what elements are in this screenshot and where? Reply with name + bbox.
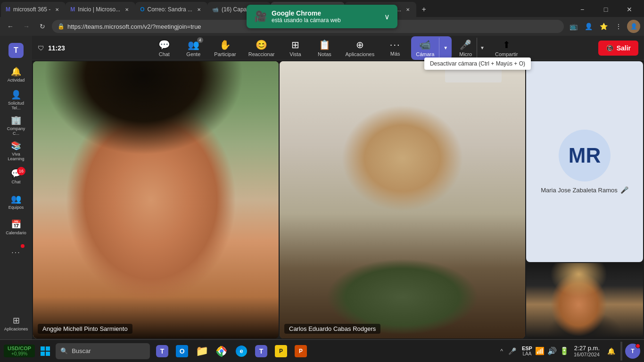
- camera-banner-expand[interactable]: ∨: [384, 12, 390, 21]
- toolbar-compartir-label: Compartir: [495, 51, 518, 57]
- current-date: 16/07/2024: [574, 352, 600, 357]
- sidebar-item-actividad[interactable]: 🔔 Actividad: [4, 62, 28, 87]
- mic-icon: 🎤: [460, 39, 471, 50]
- start-button[interactable]: [36, 342, 55, 361]
- clock[interactable]: 2:27 p.m. 16/07/2024: [572, 345, 602, 357]
- taskbar-search[interactable]: 🔍 Buscar: [56, 343, 150, 359]
- tab-favicon-capaci: 📹: [212, 7, 219, 13]
- participant-name-carlos: Carlos Eduardo Cabas Rodgers: [284, 324, 380, 334]
- systray-expand[interactable]: ^: [500, 348, 503, 354]
- leave-meeting-button[interactable]: 📵 Salir: [598, 41, 638, 56]
- user-avatar[interactable]: 👤: [627, 20, 640, 33]
- forward-button[interactable]: →: [20, 20, 33, 33]
- toolbar-gente-label: Gente: [186, 51, 200, 57]
- participant-name-mariajose: Maria Jose Zabaleta Ramos: [541, 187, 618, 194]
- toolbar-reaccionar-label: Reaccionar: [248, 51, 275, 57]
- taskbar-app-powerpoint[interactable]: P: [291, 342, 310, 361]
- video-tile-carlos[interactable]: Carlos Eduardo Cabas Rodgers: [280, 61, 525, 338]
- new-tab-button[interactable]: +: [416, 2, 431, 17]
- participant-avatar-mr: MR: [559, 130, 611, 181]
- toolbar-camara-button[interactable]: 📹 Cámara: [411, 36, 439, 60]
- tab-label-inicio: Inicio | Microso...: [78, 6, 120, 13]
- gente-count-badge: 4: [197, 37, 203, 43]
- lock-icon: 🔒: [58, 23, 65, 30]
- minimize-button[interactable]: −: [571, 2, 593, 17]
- toolbar-gente-button[interactable]: 👥 4 Gente: [179, 36, 207, 60]
- toolbar-mas-button[interactable]: ··· Más: [381, 36, 409, 59]
- participant-tile-mariajose[interactable]: MR Maria Jose Zabaleta Ramos 🎤: [526, 61, 643, 262]
- toolbar-reaccionar-button[interactable]: 😊 Reaccionar: [243, 36, 281, 60]
- taskbar-app-explorer[interactable]: 📁: [192, 342, 211, 361]
- taskbar-mic-icon[interactable]: 🎤: [506, 345, 519, 358]
- current-time: 2:27 p.m.: [574, 345, 600, 352]
- language-indicator[interactable]: ESP LAA: [522, 346, 532, 356]
- taskbar-app-teams[interactable]: T: [153, 342, 172, 361]
- camara-arrow-button[interactable]: ▼: [439, 38, 452, 58]
- tab-close-inicio[interactable]: ✕: [123, 6, 131, 13]
- taskbar-app-outlook[interactable]: O: [173, 342, 191, 361]
- phone-end-icon: 📵: [606, 44, 614, 52]
- taskbar-teams-notification[interactable]: T: [625, 344, 640, 359]
- tab-favicon-inicio: M: [70, 6, 75, 13]
- chrome-icon: [216, 346, 227, 357]
- cast-icon[interactable]: 📺: [567, 20, 580, 33]
- micro-arrow-button[interactable]: ▼: [477, 38, 487, 58]
- taskbar-app-teams2[interactable]: T: [252, 342, 271, 361]
- toolbar-chat-button[interactable]: 💬 Chat: [150, 36, 178, 60]
- tab-close-m365[interactable]: ✕: [53, 6, 61, 13]
- toolbar-compartir-button[interactable]: ⬆ Compartir: [490, 36, 522, 60]
- sidebar-item-equipos[interactable]: 👥 Equipos: [4, 189, 28, 214]
- apps-toolbar-icon: ⊕: [356, 39, 364, 50]
- close-button[interactable]: ✕: [619, 2, 640, 17]
- favorites-icon[interactable]: ⭐: [597, 20, 610, 33]
- sidebar-item-viva[interactable]: 📚 Viva Learning: [4, 139, 28, 163]
- sidebar-label-viva: Viva Learning: [4, 152, 28, 161]
- sidebar-item-company[interactable]: 🏢 Company C...: [4, 113, 28, 138]
- windows-logo-icon: [41, 346, 50, 356]
- volume-icon[interactable]: 🔊: [547, 346, 557, 355]
- camera-banner-title: Google Chrome: [272, 9, 380, 17]
- sidebar-item-aplicaciones[interactable]: ⊞ Aplicaciones: [4, 311, 28, 336]
- browser-menu-button[interactable]: ⋮: [612, 20, 625, 33]
- toolbar-vista-button[interactable]: ⊞ Vista: [281, 36, 309, 60]
- battery-icon[interactable]: 🔋: [560, 346, 569, 355]
- currency-widget[interactable]: USD/COP +0,99%: [4, 345, 35, 357]
- account-icon[interactable]: 👤: [582, 20, 595, 33]
- sidebar-label-equipos: Equipos: [8, 205, 24, 210]
- toolbar-micro-button[interactable]: 🎤 Micro: [454, 36, 477, 60]
- wifi-icon[interactable]: 📶: [535, 346, 545, 355]
- show-desktop-button[interactable]: [620, 342, 622, 361]
- back-button[interactable]: ←: [4, 20, 17, 33]
- sidebar-label-chat: Chat: [11, 180, 20, 184]
- taskbar-app-chrome[interactable]: [212, 342, 231, 361]
- bell-icon: 🔔: [11, 66, 21, 77]
- sidebar-item-chat[interactable]: 16 💬 Chat: [4, 164, 28, 189]
- toolbar-camara-label: Cámara: [416, 51, 434, 57]
- person-icon: 👤: [11, 90, 21, 100]
- svg-rect-3: [46, 352, 50, 356]
- toolbar-participar-button[interactable]: ✋ Participar: [208, 36, 241, 60]
- toolbar-aplicaciones-button[interactable]: ⊕ Aplicaciones: [339, 36, 380, 60]
- self-video-tile[interactable]: [526, 263, 643, 338]
- meeting-toolbar: 🛡 11:23 💬 Chat 👥 4: [32, 36, 644, 60]
- book-icon: 📚: [11, 140, 21, 151]
- toolbar-notas-button[interactable]: 📋 Notas: [310, 36, 339, 60]
- tab-inicio[interactable]: M Inicio | Microso... ✕: [66, 2, 135, 17]
- video-tile-anggie[interactable]: Anggie Michell Pinto Sarmiento: [33, 61, 279, 338]
- taskbar-app-powerbi[interactable]: P: [272, 342, 290, 361]
- teams-logo[interactable]: T: [4, 40, 28, 61]
- sidebar-item-more[interactable]: ···: [4, 240, 28, 265]
- apps-icon: ⊞: [13, 315, 20, 326]
- tab-correo[interactable]: O Correo: Sandra ... ✕: [135, 2, 207, 17]
- tab-close-correo[interactable]: ✕: [195, 6, 203, 13]
- tab-label-correo: Correo: Sandra ...: [148, 6, 192, 13]
- sidebar-item-solicitud[interactable]: 👤 Solicitud Tel...: [4, 88, 28, 112]
- tab-close-eficiencia[interactable]: ✕: [404, 6, 412, 13]
- maximize-button[interactable]: □: [595, 2, 617, 17]
- tab-m365[interactable]: M microsoft 365 - ✕: [1, 2, 66, 17]
- tab-favicon-m365: M: [6, 6, 10, 13]
- refresh-button[interactable]: ↻: [36, 20, 49, 33]
- notification-button[interactable]: 🔔: [604, 342, 618, 361]
- sidebar-item-calendario[interactable]: 📅 Calendario: [4, 215, 28, 239]
- taskbar-app-edge[interactable]: e: [232, 342, 251, 361]
